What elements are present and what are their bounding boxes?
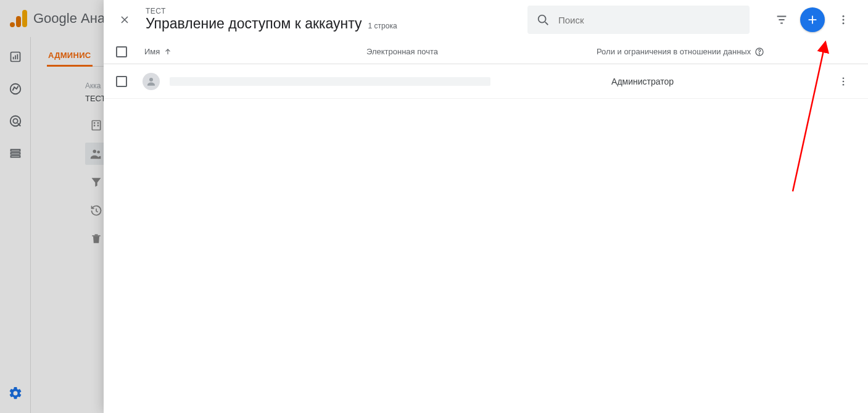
svg-rect-12 xyxy=(94,125,96,127)
svg-point-23 xyxy=(149,78,153,81)
svg-point-19 xyxy=(843,19,845,21)
search-icon xyxy=(536,13,550,27)
column-header-roles[interactable]: Роли и ограничения в отношении данных xyxy=(597,47,831,57)
panel-eyebrow: ТЕСТ xyxy=(146,7,397,15)
product-title: Google Анал xyxy=(33,10,113,27)
svg-point-17 xyxy=(539,15,546,23)
ga-logo-icon xyxy=(10,10,27,27)
svg-point-22 xyxy=(759,53,760,54)
overflow-menu-button[interactable] xyxy=(831,7,856,32)
column-name-label: Имя xyxy=(144,47,160,56)
svg-point-26 xyxy=(843,83,845,85)
svg-point-24 xyxy=(843,77,845,79)
svg-point-15 xyxy=(93,150,97,154)
svg-point-20 xyxy=(843,22,845,24)
svg-rect-7 xyxy=(10,149,20,151)
help-icon[interactable] xyxy=(754,47,764,57)
svg-rect-9 xyxy=(10,156,20,157)
svg-point-18 xyxy=(843,15,845,17)
tab-admin[interactable]: АДМИНИС xyxy=(47,46,93,67)
select-all-checkbox[interactable] xyxy=(116,46,127,57)
configure-icon[interactable] xyxy=(8,146,23,161)
advertising-icon[interactable] xyxy=(8,114,23,128)
svg-rect-13 xyxy=(97,122,99,124)
svg-rect-8 xyxy=(10,152,20,154)
column-header-name[interactable]: Имя xyxy=(144,47,366,56)
add-user-button[interactable] xyxy=(800,7,825,32)
svg-rect-10 xyxy=(92,121,100,130)
column-email-label: Электронная почта xyxy=(366,47,438,56)
column-header-email[interactable]: Электронная почта xyxy=(366,47,597,56)
filter-button[interactable] xyxy=(769,7,794,32)
admin-gear-icon[interactable] xyxy=(8,386,23,401)
user-name-redacted xyxy=(170,77,490,86)
svg-rect-2 xyxy=(15,56,16,60)
svg-point-4 xyxy=(10,84,20,94)
avatar xyxy=(143,73,160,90)
access-management-panel: ТЕСТ Управление доступом к аккаунту 1 ст… xyxy=(104,0,868,413)
left-nav xyxy=(0,37,31,413)
reports-icon[interactable] xyxy=(8,49,23,64)
table-row[interactable]: Администратор xyxy=(104,64,868,99)
search-field[interactable] xyxy=(527,6,750,34)
sort-asc-icon xyxy=(163,48,172,56)
row-overflow-button[interactable] xyxy=(831,69,856,94)
svg-rect-3 xyxy=(17,54,18,59)
panel-title: Управление доступом к аккаунту xyxy=(146,15,362,33)
search-input[interactable] xyxy=(558,15,741,25)
explore-icon[interactable] xyxy=(8,81,23,96)
close-button[interactable] xyxy=(112,7,137,32)
table-header: Имя Электронная почта Роли и ограничения… xyxy=(104,40,868,64)
svg-rect-11 xyxy=(94,122,96,124)
svg-rect-14 xyxy=(97,125,99,127)
row-role: Администратор xyxy=(611,77,831,86)
svg-point-6 xyxy=(13,119,17,123)
svg-point-16 xyxy=(97,151,100,154)
column-roles-label: Роли и ограничения в отношении данных xyxy=(597,47,751,56)
svg-point-25 xyxy=(843,80,845,82)
svg-rect-1 xyxy=(12,57,14,59)
row-checkbox[interactable] xyxy=(116,76,127,87)
row-count: 1 строка xyxy=(368,22,397,30)
